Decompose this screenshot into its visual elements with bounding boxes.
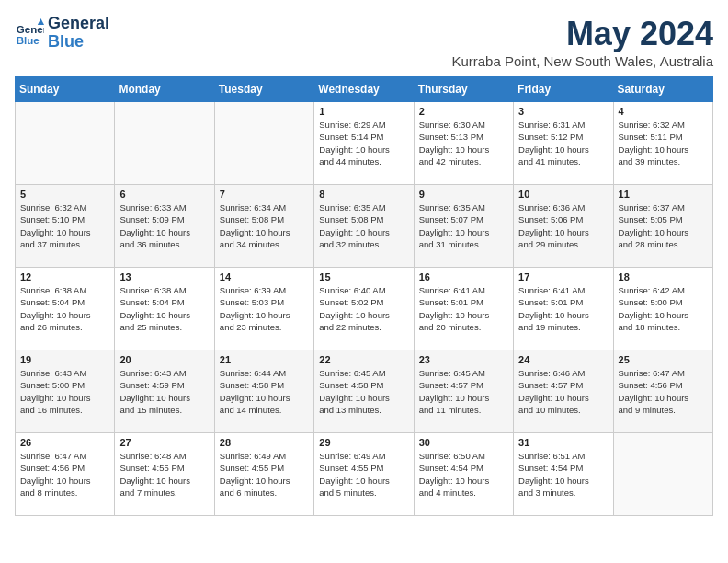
calendar-cell: 12Sunrise: 6:38 AMSunset: 5:04 PMDayligh… — [16, 268, 115, 350]
day-info: Sunrise: 6:51 AMSunset: 4:54 PMDaylight:… — [518, 450, 608, 499]
day-number: 5 — [20, 189, 109, 200]
day-number: 16 — [419, 271, 508, 282]
day-number: 21 — [220, 354, 309, 365]
calendar-cell: 2Sunrise: 6:30 AMSunset: 5:13 PMDaylight… — [414, 102, 513, 185]
day-number: 29 — [319, 437, 408, 448]
day-info: Sunrise: 6:49 AMSunset: 4:55 PMDaylight:… — [319, 450, 408, 499]
day-number: 7 — [220, 189, 309, 200]
page-header: General Blue General Blue May 2024 Kurra… — [15, 15, 713, 69]
calendar-cell: 29Sunrise: 6:49 AMSunset: 4:55 PMDayligh… — [314, 433, 414, 516]
day-number: 18 — [619, 271, 708, 282]
calendar-cell: 19Sunrise: 6:43 AMSunset: 5:00 PMDayligh… — [16, 350, 115, 433]
day-number: 23 — [419, 354, 508, 365]
calendar-cell: 17Sunrise: 6:41 AMSunset: 5:01 PMDayligh… — [514, 268, 613, 350]
day-number: 11 — [619, 189, 708, 200]
header-row: SundayMondayTuesdayWednesdayThursdayFrid… — [16, 77, 713, 102]
calendar-cell: 27Sunrise: 6:48 AMSunset: 4:55 PMDayligh… — [115, 433, 214, 516]
day-number: 25 — [619, 354, 708, 365]
title-block: May 2024 Kurraba Point, New South Wales,… — [451, 15, 713, 69]
calendar-cell: 18Sunrise: 6:42 AMSunset: 5:00 PMDayligh… — [613, 268, 712, 350]
calendar-cell: 14Sunrise: 6:39 AMSunset: 5:03 PMDayligh… — [214, 268, 313, 350]
day-info: Sunrise: 6:43 AMSunset: 5:00 PMDaylight:… — [20, 367, 109, 416]
day-info: Sunrise: 6:32 AMSunset: 5:11 PMDaylight:… — [619, 119, 708, 167]
day-number: 3 — [518, 106, 608, 117]
logo-text-general: General — [48, 15, 109, 33]
day-info: Sunrise: 6:45 AMSunset: 4:58 PMDaylight:… — [319, 367, 408, 416]
day-info: Sunrise: 6:49 AMSunset: 4:55 PMDaylight:… — [220, 450, 309, 499]
col-header-thursday: Thursday — [414, 77, 513, 102]
day-info: Sunrise: 6:47 AMSunset: 4:56 PMDaylight:… — [619, 367, 708, 416]
day-number: 4 — [619, 106, 708, 117]
calendar-table: SundayMondayTuesdayWednesdayThursdayFrid… — [15, 76, 713, 516]
col-header-monday: Monday — [115, 77, 214, 102]
day-info: Sunrise: 6:44 AMSunset: 4:58 PMDaylight:… — [220, 367, 309, 416]
logo-text-blue: Blue — [48, 33, 109, 52]
day-number: 13 — [119, 271, 209, 282]
calendar-cell — [16, 102, 115, 185]
calendar-cell: 9Sunrise: 6:35 AMSunset: 5:07 PMDaylight… — [414, 185, 513, 268]
calendar-cell: 28Sunrise: 6:49 AMSunset: 4:55 PMDayligh… — [214, 433, 313, 516]
day-number: 10 — [518, 189, 608, 200]
calendar-cell: 8Sunrise: 6:35 AMSunset: 5:08 PMDaylight… — [314, 185, 414, 268]
day-number: 14 — [220, 271, 309, 282]
calendar-cell: 1Sunrise: 6:29 AMSunset: 5:14 PMDaylight… — [314, 102, 414, 185]
calendar-cell: 25Sunrise: 6:47 AMSunset: 4:56 PMDayligh… — [613, 350, 712, 433]
col-header-saturday: Saturday — [613, 77, 712, 102]
day-number: 17 — [518, 271, 608, 282]
calendar-cell: 10Sunrise: 6:36 AMSunset: 5:06 PMDayligh… — [514, 185, 613, 268]
day-number: 19 — [20, 354, 109, 365]
day-info: Sunrise: 6:34 AMSunset: 5:08 PMDaylight:… — [220, 201, 309, 250]
day-number: 1 — [319, 106, 408, 117]
day-info: Sunrise: 6:39 AMSunset: 5:03 PMDaylight:… — [220, 284, 309, 333]
calendar-cell: 21Sunrise: 6:44 AMSunset: 4:58 PMDayligh… — [214, 350, 313, 433]
calendar-cell: 7Sunrise: 6:34 AMSunset: 5:08 PMDaylight… — [214, 185, 313, 268]
calendar-cell: 26Sunrise: 6:47 AMSunset: 4:56 PMDayligh… — [16, 433, 115, 516]
day-info: Sunrise: 6:46 AMSunset: 4:57 PMDaylight:… — [518, 367, 608, 416]
location-title: Kurraba Point, New South Wales, Australi… — [451, 53, 713, 69]
col-header-friday: Friday — [514, 77, 613, 102]
week-row-4: 19Sunrise: 6:43 AMSunset: 5:00 PMDayligh… — [16, 350, 713, 433]
calendar-cell: 16Sunrise: 6:41 AMSunset: 5:01 PMDayligh… — [414, 268, 513, 350]
calendar-cell: 23Sunrise: 6:45 AMSunset: 4:57 PMDayligh… — [414, 350, 513, 433]
day-number: 28 — [220, 437, 309, 448]
logo: General Blue General Blue — [15, 15, 109, 52]
calendar-cell: 5Sunrise: 6:32 AMSunset: 5:10 PMDaylight… — [16, 185, 115, 268]
day-number: 12 — [20, 271, 109, 282]
calendar-cell: 4Sunrise: 6:32 AMSunset: 5:11 PMDaylight… — [613, 102, 712, 185]
day-info: Sunrise: 6:33 AMSunset: 5:09 PMDaylight:… — [119, 201, 209, 250]
day-number: 20 — [119, 354, 209, 365]
day-info: Sunrise: 6:50 AMSunset: 4:54 PMDaylight:… — [419, 450, 508, 499]
day-info: Sunrise: 6:36 AMSunset: 5:06 PMDaylight:… — [518, 201, 608, 250]
day-info: Sunrise: 6:35 AMSunset: 5:07 PMDaylight:… — [419, 201, 508, 250]
day-info: Sunrise: 6:41 AMSunset: 5:01 PMDaylight:… — [419, 284, 508, 333]
calendar-cell: 13Sunrise: 6:38 AMSunset: 5:04 PMDayligh… — [115, 268, 214, 350]
calendar-cell: 20Sunrise: 6:43 AMSunset: 4:59 PMDayligh… — [115, 350, 214, 433]
calendar-cell: 6Sunrise: 6:33 AMSunset: 5:09 PMDaylight… — [115, 185, 214, 268]
calendar-cell — [115, 102, 214, 185]
day-info: Sunrise: 6:38 AMSunset: 5:04 PMDaylight:… — [20, 284, 109, 333]
day-info: Sunrise: 6:31 AMSunset: 5:12 PMDaylight:… — [518, 119, 608, 167]
svg-text:Blue: Blue — [17, 34, 40, 45]
day-number: 6 — [119, 189, 209, 200]
day-info: Sunrise: 6:35 AMSunset: 5:08 PMDaylight:… — [319, 201, 408, 250]
day-info: Sunrise: 6:30 AMSunset: 5:13 PMDaylight:… — [419, 119, 508, 167]
day-number: 26 — [20, 437, 109, 448]
day-number: 30 — [419, 437, 508, 448]
day-info: Sunrise: 6:42 AMSunset: 5:00 PMDaylight:… — [619, 284, 708, 333]
col-header-sunday: Sunday — [16, 77, 115, 102]
col-header-tuesday: Tuesday — [214, 77, 313, 102]
day-number: 31 — [518, 437, 608, 448]
calendar-cell: 11Sunrise: 6:37 AMSunset: 5:05 PMDayligh… — [613, 185, 712, 268]
day-info: Sunrise: 6:32 AMSunset: 5:10 PMDaylight:… — [20, 201, 109, 250]
day-info: Sunrise: 6:47 AMSunset: 4:56 PMDaylight:… — [20, 450, 109, 499]
week-row-2: 5Sunrise: 6:32 AMSunset: 5:10 PMDaylight… — [16, 185, 713, 268]
day-number: 9 — [419, 189, 508, 200]
day-info: Sunrise: 6:38 AMSunset: 5:04 PMDaylight:… — [119, 284, 209, 333]
week-row-5: 26Sunrise: 6:47 AMSunset: 4:56 PMDayligh… — [16, 433, 713, 516]
calendar-cell: 22Sunrise: 6:45 AMSunset: 4:58 PMDayligh… — [314, 350, 414, 433]
day-number: 22 — [319, 354, 408, 365]
calendar-cell: 30Sunrise: 6:50 AMSunset: 4:54 PMDayligh… — [414, 433, 513, 516]
logo-icon: General Blue — [15, 18, 44, 48]
week-row-1: 1Sunrise: 6:29 AMSunset: 5:14 PMDaylight… — [16, 102, 713, 185]
calendar-cell: 31Sunrise: 6:51 AMSunset: 4:54 PMDayligh… — [514, 433, 613, 516]
